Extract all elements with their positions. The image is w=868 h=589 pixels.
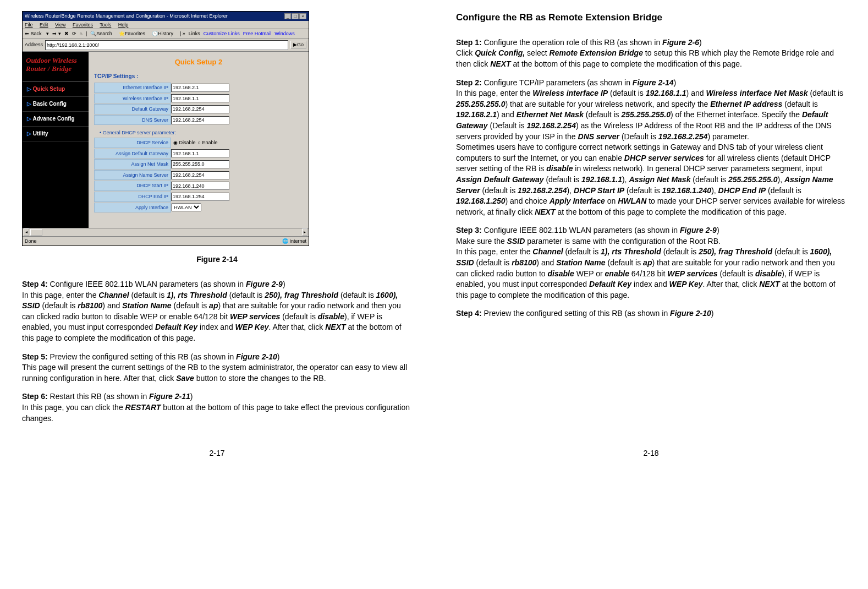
back-button[interactable]: ⬅ Back ▾ bbox=[25, 30, 49, 37]
step6-heading: Step 6: Restart this RB (as shown in Fig… bbox=[22, 391, 412, 402]
app-brand: Outdoor WirelessRouter / Bridge bbox=[23, 52, 89, 82]
step6-body: In this page, you can click the RESTART … bbox=[22, 402, 412, 424]
minimize-icon[interactable]: _ bbox=[284, 13, 291, 19]
status-done: Done bbox=[25, 238, 37, 245]
inp-adg[interactable] bbox=[171, 149, 229, 157]
sel-apply[interactable]: HWLAN bbox=[171, 203, 201, 211]
page-right: Configure the RB as Remote Extension Bri… bbox=[456, 11, 846, 459]
lbl-wl-ip: Wireless Interface IP bbox=[94, 94, 171, 104]
go-button[interactable]: ▶Go bbox=[290, 41, 306, 49]
search-button[interactable]: 🔍Search bbox=[90, 30, 116, 37]
history-button[interactable]: 🕓History bbox=[152, 30, 177, 37]
menu-view[interactable]: View bbox=[55, 22, 65, 28]
status-zone: 🌐 Internet bbox=[282, 238, 306, 245]
nav-advance-config[interactable]: Advance Config bbox=[23, 112, 89, 127]
home-button[interactable]: ⌂ bbox=[80, 30, 83, 37]
step4-heading: Step 4: Configure IEEE 802.11b WLAN para… bbox=[22, 279, 412, 290]
nav-basic-config[interactable]: Basic Config bbox=[23, 97, 89, 112]
screenshot-figure: Wireless Router/Bridge Remote Management… bbox=[22, 11, 309, 246]
inp-gateway[interactable] bbox=[171, 105, 229, 113]
r-step3-body1: Make sure the SSID parameter is same wit… bbox=[456, 236, 846, 247]
maximize-icon[interactable]: □ bbox=[292, 13, 299, 19]
lbl-gateway: Default Gateway bbox=[94, 104, 171, 114]
app-page-title: Quick Setup 2 bbox=[94, 57, 303, 67]
lbl-dsi: DHCP Start IP bbox=[94, 181, 171, 191]
dhcp-disable-radio[interactable]: ◉ Disable bbox=[171, 139, 196, 146]
r-step2-body2: Sometimes users have to configure correc… bbox=[456, 142, 846, 217]
link-customize[interactable]: Customize Links bbox=[204, 30, 240, 37]
inp-anm[interactable] bbox=[171, 160, 229, 168]
browser-title: Wireless Router/Bridge Remote Management… bbox=[25, 13, 228, 20]
inp-dsi[interactable] bbox=[171, 182, 229, 190]
r-step4-heading: Step 4: Preview the configured setting o… bbox=[456, 308, 846, 319]
menu-favorites[interactable]: Favorites bbox=[73, 22, 93, 28]
step5-body: This page will present the current setti… bbox=[22, 362, 412, 384]
menu-file[interactable]: File bbox=[25, 22, 33, 28]
address-label: Address bbox=[25, 41, 43, 48]
r-step2-body1: In this page, enter the Wireless interfa… bbox=[456, 88, 846, 142]
favorites-button[interactable]: ⭐Favorites bbox=[119, 30, 149, 37]
r-step1-heading: Step 1: Configure the operation role of … bbox=[456, 37, 846, 48]
link-windows[interactable]: Windows bbox=[274, 30, 295, 37]
inp-dei[interactable] bbox=[171, 193, 229, 201]
scroll-left-icon[interactable]: ◂ bbox=[24, 228, 29, 236]
app-main: Quick Setup 2 TCP/IP Settings : Ethernet… bbox=[89, 52, 309, 228]
app-content: Outdoor WirelessRouter / Bridge Quick Se… bbox=[23, 52, 309, 228]
horizontal-scrollbar[interactable]: ◂ ▸ bbox=[23, 228, 309, 236]
lbl-adg: Assign Default Gateway bbox=[94, 149, 171, 159]
refresh-button[interactable]: ⟳ bbox=[72, 30, 76, 37]
step4-body: In this page, enter the Channel (default… bbox=[22, 290, 412, 344]
figure-caption: Figure 2-14 bbox=[22, 254, 412, 265]
r-step3-body2: In this page, enter the Channel (default… bbox=[456, 247, 846, 301]
window-controls: _□× bbox=[284, 13, 306, 20]
r-step2-heading: Step 2: Configure TCP/IP parameters (as … bbox=[456, 78, 846, 89]
inp-dns[interactable] bbox=[171, 116, 229, 124]
section-title: Configure the RB as Remote Extension Bri… bbox=[456, 11, 846, 24]
lbl-dei: DHCP End IP bbox=[94, 192, 171, 202]
tcpip-header: TCP/IP Settings : bbox=[94, 73, 303, 80]
r-step1-body: Click Quick Config, select Remote Extens… bbox=[456, 48, 846, 69]
nav-quick-setup[interactable]: Quick Setup bbox=[23, 82, 89, 97]
links-label: Links bbox=[189, 30, 200, 37]
lbl-eth-ip: Ethernet Interface IP bbox=[94, 83, 171, 93]
r-step3-heading: Step 3: Configure IEEE 802.11b WLAN para… bbox=[456, 225, 846, 236]
browser-toolbar: ⬅ Back ▾ ➡ ▾ ✖ ⟳ ⌂ | 🔍Search ⭐Favorites … bbox=[23, 29, 309, 39]
page-left: Wireless Router/Bridge Remote Management… bbox=[22, 11, 412, 459]
close-icon[interactable]: × bbox=[299, 13, 306, 19]
browser-titlebar: Wireless Router/Bridge Remote Management… bbox=[23, 12, 309, 21]
page-number-right: 2-18 bbox=[456, 448, 846, 459]
lbl-dns: DNS Server bbox=[94, 115, 171, 126]
lbl-apply: Apply Interface bbox=[94, 203, 171, 213]
menu-edit[interactable]: Edit bbox=[40, 22, 48, 28]
browser-statusbar: Done 🌐 Internet bbox=[23, 236, 309, 246]
step5-heading: Step 5: Preview the configured setting o… bbox=[22, 352, 412, 363]
lbl-ans: Assign Name Server bbox=[94, 170, 171, 181]
scroll-right-icon[interactable]: ▸ bbox=[302, 228, 307, 236]
stop-button[interactable]: ✖ bbox=[64, 30, 69, 37]
browser-addressbar: Address ▶Go bbox=[23, 39, 309, 52]
forward-button[interactable]: ➡ ▾ bbox=[52, 30, 61, 37]
link-hotmail[interactable]: Free Hotmail bbox=[243, 30, 272, 37]
app-sidebar: Outdoor WirelessRouter / Bridge Quick Se… bbox=[23, 52, 89, 228]
inp-wl-ip[interactable] bbox=[171, 94, 229, 102]
page-number-left: 2-17 bbox=[22, 448, 412, 459]
nav-utility[interactable]: Utility bbox=[23, 127, 89, 141]
inp-eth-ip[interactable] bbox=[171, 84, 229, 92]
dhcp-header: • General DHCP server parameter: bbox=[100, 129, 303, 137]
scroll-thumb[interactable] bbox=[30, 229, 42, 236]
menu-help[interactable]: Help bbox=[118, 22, 129, 28]
lbl-anm: Assign Net Mask bbox=[94, 159, 171, 170]
inp-ans[interactable] bbox=[171, 171, 229, 179]
browser-menubar: File Edit View Favorites Tools Help bbox=[23, 21, 309, 30]
lbl-dhcp-service: DHCP Service bbox=[94, 138, 171, 148]
menu-tools[interactable]: Tools bbox=[100, 22, 111, 28]
address-input[interactable] bbox=[45, 40, 288, 50]
dhcp-enable-radio[interactable]: ○ Enable bbox=[196, 139, 218, 146]
